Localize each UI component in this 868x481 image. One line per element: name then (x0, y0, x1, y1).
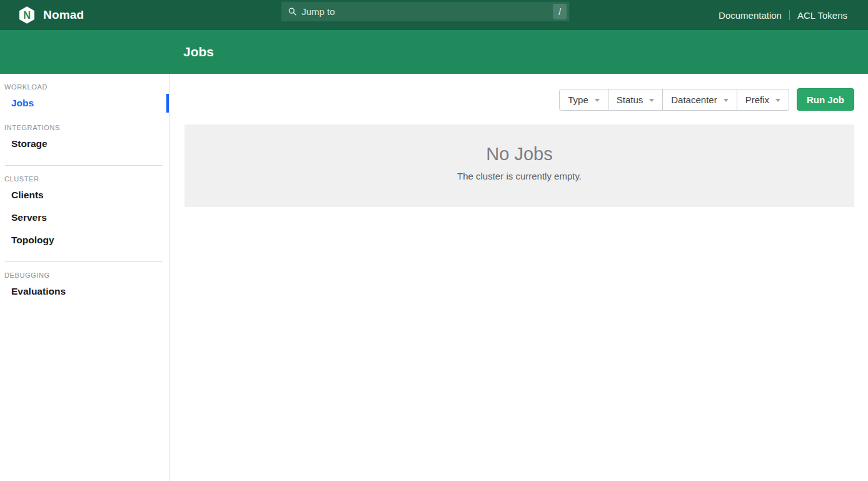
sidebar-item-jobs[interactable]: Jobs (0, 92, 169, 114)
jump-to-search[interactable]: / (281, 1, 570, 22)
caret-down-icon (595, 99, 600, 102)
search-icon (287, 6, 298, 17)
sidebar-divider (5, 165, 163, 166)
sidebar-item-label: Servers (11, 212, 47, 223)
empty-state: No Jobs The cluster is currently empty. (184, 124, 854, 207)
filter-label: Datacenter (671, 94, 717, 105)
filter-status-dropdown[interactable]: Status (608, 89, 664, 111)
sidebar-section-workload: WORKLOAD (4, 83, 169, 91)
jobs-toolbar: Type Status Datacenter Prefix Run Job (184, 88, 854, 111)
empty-state-message: The cluster is currently empty. (184, 171, 854, 181)
main-content: Type Status Datacenter Prefix Run Job (169, 74, 868, 481)
filter-type-dropdown[interactable]: Type (559, 89, 608, 111)
sidebar-item-evaluations[interactable]: Evaluations (0, 280, 169, 303)
caret-down-icon (775, 99, 780, 102)
sidebar: WORKLOAD Jobs INTEGRATIONS Storage CLUST… (0, 74, 169, 481)
top-navbar: N Nomad / Documentation ACL Tokens (0, 0, 868, 30)
page-header: Jobs (0, 30, 868, 74)
brand-area[interactable]: N Nomad (18, 6, 84, 24)
navbar-links: Documentation ACL Tokens (719, 10, 847, 21)
main-layout: WORKLOAD Jobs INTEGRATIONS Storage CLUST… (0, 74, 868, 481)
filter-group: Type Status Datacenter Prefix (559, 89, 789, 111)
page-title: Jobs (183, 44, 214, 59)
navbar-separator (789, 10, 790, 20)
run-job-button[interactable]: Run Job (797, 88, 854, 111)
sidebar-item-clients[interactable]: Clients (0, 184, 169, 206)
filter-prefix-dropdown[interactable]: Prefix (737, 89, 789, 111)
sidebar-item-storage[interactable]: Storage (0, 133, 169, 155)
search-input[interactable] (301, 6, 553, 17)
active-indicator (166, 94, 169, 113)
sidebar-item-label: Jobs (11, 98, 34, 108)
filter-label: Status (617, 94, 643, 105)
empty-state-title: No Jobs (184, 144, 854, 165)
svg-text:N: N (23, 9, 31, 21)
filter-label: Type (568, 94, 588, 105)
sidebar-section-debugging: DEBUGGING (4, 271, 169, 279)
acl-tokens-link[interactable]: ACL Tokens (797, 10, 847, 21)
sidebar-item-label: Clients (11, 190, 44, 200)
documentation-link[interactable]: Documentation (719, 10, 782, 21)
nomad-logo-icon[interactable]: N (18, 6, 36, 24)
brand-name[interactable]: Nomad (43, 8, 84, 22)
sidebar-item-label: Evaluations (11, 286, 66, 296)
caret-down-icon (724, 99, 729, 102)
sidebar-item-label: Topology (11, 235, 54, 245)
caret-down-icon (649, 99, 654, 102)
keyboard-shortcut-badge: / (553, 4, 567, 19)
filter-label: Prefix (745, 94, 769, 105)
sidebar-item-servers[interactable]: Servers (0, 206, 169, 229)
sidebar-section-integrations: INTEGRATIONS (4, 124, 169, 131)
sidebar-section-cluster: CLUSTER (4, 175, 169, 183)
sidebar-item-topology[interactable]: Topology (0, 229, 169, 251)
sidebar-divider (5, 261, 163, 262)
filter-datacenter-dropdown[interactable]: Datacenter (662, 89, 737, 111)
sidebar-item-label: Storage (11, 138, 48, 149)
